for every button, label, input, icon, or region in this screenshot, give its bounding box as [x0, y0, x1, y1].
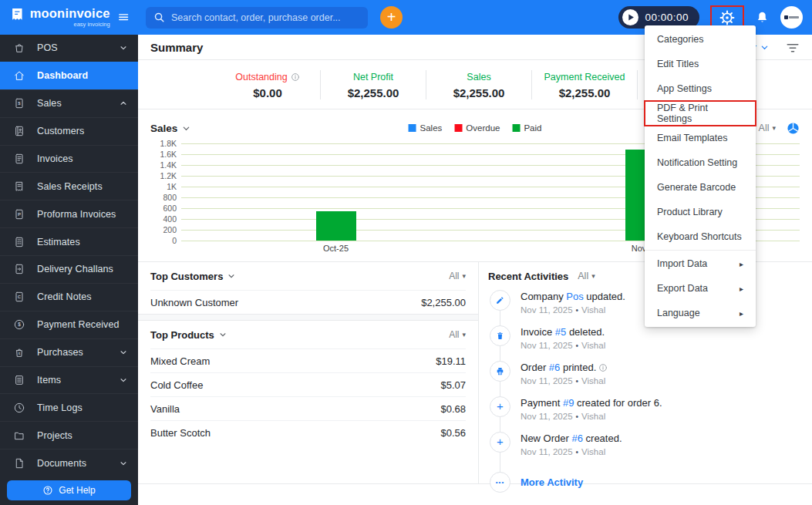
delivery-icon: [13, 263, 25, 275]
activity-date-text: Nov 11, 2025: [521, 412, 573, 421]
activity-link[interactable]: #6: [549, 362, 560, 373]
chevron-down-icon: [219, 331, 227, 338]
y-axis-tick: 800: [163, 193, 177, 202]
more-activity-label[interactable]: More Activity: [521, 476, 583, 488]
sidebar-item-items[interactable]: Items: [0, 366, 138, 394]
global-search[interactable]: [146, 7, 368, 29]
y-axis-tick: 1.6K: [160, 150, 177, 159]
info-icon[interactable]: [598, 363, 608, 372]
top-customers-title-dropdown[interactable]: Top Customers: [150, 271, 235, 282]
sidebar-item-time-logs[interactable]: Time Logs: [0, 393, 138, 421]
quick-add-button[interactable]: +: [380, 6, 403, 29]
user-avatar[interactable]: [780, 6, 803, 29]
notifications-bell-icon[interactable]: [755, 9, 770, 25]
sidebar-item-customers[interactable]: Customers: [0, 117, 138, 145]
sidebar-item-label: Estimates: [37, 237, 80, 247]
menu-item-language[interactable]: Language▸: [645, 301, 756, 325]
pie-chart-toggle-icon[interactable]: [787, 122, 800, 135]
customer-row[interactable]: Unknown Customer$2,255.00: [150, 290, 466, 314]
chevron-down-icon: [120, 348, 127, 356]
stat-sales: Sales$2,255.00: [426, 69, 531, 99]
chart-title-dropdown[interactable]: Sales: [150, 123, 190, 134]
menu-item-keyboard-shortcuts[interactable]: Keyboard Shortcuts: [645, 224, 756, 249]
trash-icon: [490, 325, 510, 346]
menu-item-notification-setting[interactable]: Notification Setting: [645, 150, 756, 175]
sidebar-item-purchases[interactable]: $Purchases: [0, 338, 138, 366]
product-row[interactable]: Butter Scotch$0.56: [150, 420, 466, 444]
bar-oct-25-paid[interactable]: [316, 211, 356, 241]
gear-icon[interactable]: [719, 9, 736, 26]
activity-text-prefix: Order: [521, 362, 549, 373]
sidebar-item-proforma-invoices[interactable]: PProforma Invoices: [0, 200, 138, 227]
activity-text-prefix: New Order: [521, 433, 571, 444]
sidebar-item-documents[interactable]: Documents: [0, 449, 138, 476]
menu-item-import-data[interactable]: Import Data▸: [645, 251, 756, 276]
get-help-label: Get Help: [59, 485, 95, 496]
product-row[interactable]: Vanilla$0.68: [150, 396, 466, 420]
more-activity[interactable]: •••More Activity: [490, 467, 803, 497]
menu-item-export-data[interactable]: Export Data▸: [645, 276, 756, 301]
stat-value: $0.00: [215, 86, 320, 99]
caret-down-icon: ▾: [772, 124, 776, 132]
plus-glyph: +: [497, 436, 504, 447]
menu-item-product-library[interactable]: Product Library: [645, 200, 756, 224]
activity-date: Nov 11, 2025•Vishal: [521, 412, 662, 421]
top-customers-filter-dropdown[interactable]: All ▾: [449, 271, 466, 281]
app-logo[interactable]: mooninvoice easy invoicing: [0, 0, 138, 35]
stat-net-profit: Net Profit$2,255.00: [321, 69, 426, 99]
hamburger-menu-icon[interactable]: [118, 12, 129, 24]
sidebar-item-estimates[interactable]: Estimates: [0, 227, 138, 255]
stat-label: Sales: [467, 72, 490, 82]
sidebar-item-label: Projects: [37, 430, 72, 441]
activity-link[interactable]: #5: [555, 326, 566, 338]
activity-link[interactable]: #6: [571, 433, 582, 444]
top-lists-pane: Top Customers All ▾ Unknown Customer$2,2…: [138, 262, 479, 483]
menu-item-email-templates[interactable]: Email Templates: [645, 126, 756, 150]
info-icon[interactable]: [291, 72, 300, 82]
product-row[interactable]: Mixed Cream$19.11: [150, 348, 466, 372]
activity-text-suffix: created for order 6.: [574, 397, 662, 409]
chart-filter-dropdown[interactable]: All ▾: [759, 123, 776, 133]
sidebar-nav: POSDashboard$SalesCustomersInvoicesSales…: [0, 35, 138, 505]
menu-item-label: Product Library: [657, 207, 723, 217]
sidebar-item-invoices[interactable]: Invoices: [0, 145, 138, 173]
activity-title: Invoice #5 deleted.: [521, 325, 605, 338]
activity-link[interactable]: Pos: [566, 291, 583, 302]
menu-item-app-settings[interactable]: App Settings: [645, 76, 756, 101]
filter-icon[interactable]: [786, 42, 800, 52]
svg-text:C: C: [18, 295, 22, 299]
date-separator: •: [576, 306, 579, 315]
sidebar-item-sales-receipts[interactable]: Sales Receipts: [0, 172, 138, 200]
menu-item-generate-barcode[interactable]: Generate Barcode: [645, 175, 756, 200]
top-products-title-dropdown[interactable]: Top Products: [150, 329, 227, 341]
product-value: $0.56: [440, 427, 466, 439]
menu-item-pdf-print-settings[interactable]: PDF & Print Settings: [645, 101, 756, 126]
play-icon[interactable]: [622, 9, 638, 25]
activity-title: New Order #6 created.: [521, 432, 622, 445]
sidebar-item-credit-notes[interactable]: CCredit Notes: [0, 283, 138, 311]
get-help-button[interactable]: Get Help: [7, 480, 131, 500]
plus-icon: +: [490, 432, 510, 453]
credit-note-icon: C: [13, 291, 25, 303]
top-products-filter-dropdown[interactable]: All ▾: [449, 329, 466, 340]
sidebar-item-pos[interactable]: POS: [0, 35, 138, 62]
sidebar-item-label: Purchases: [37, 347, 83, 358]
sidebar-item-delivery-challans[interactable]: Delivery Challans: [0, 255, 138, 283]
x-axis-label: Oct-25: [323, 244, 349, 253]
sidebar-item-payment-received[interactable]: $Payment Received: [0, 311, 138, 338]
sidebar-item-projects[interactable]: Projects: [0, 421, 138, 449]
activity-item: +New Order #6 created.Nov 11, 2025•Visha…: [490, 432, 803, 462]
search-input[interactable]: [171, 12, 360, 23]
sidebar-item-sales[interactable]: $Sales: [0, 89, 138, 117]
mooninvoice-logo-icon: [10, 7, 25, 29]
activity-text-prefix: Company: [521, 291, 566, 302]
menu-item-label: App Settings: [657, 83, 712, 94]
menu-item-edit-titles[interactable]: Edit Titles: [645, 52, 756, 76]
menu-item-categories[interactable]: Categories: [645, 27, 756, 52]
product-row[interactable]: Cold Coffee$5.07: [150, 372, 466, 396]
product-name: Vanilla: [150, 403, 180, 415]
recent-activities-filter-dropdown[interactable]: All ▾: [578, 271, 595, 281]
activity-link[interactable]: #9: [563, 397, 574, 409]
sidebar-item-dashboard[interactable]: Dashboard: [0, 62, 138, 89]
chevron-down-icon: [182, 124, 190, 133]
